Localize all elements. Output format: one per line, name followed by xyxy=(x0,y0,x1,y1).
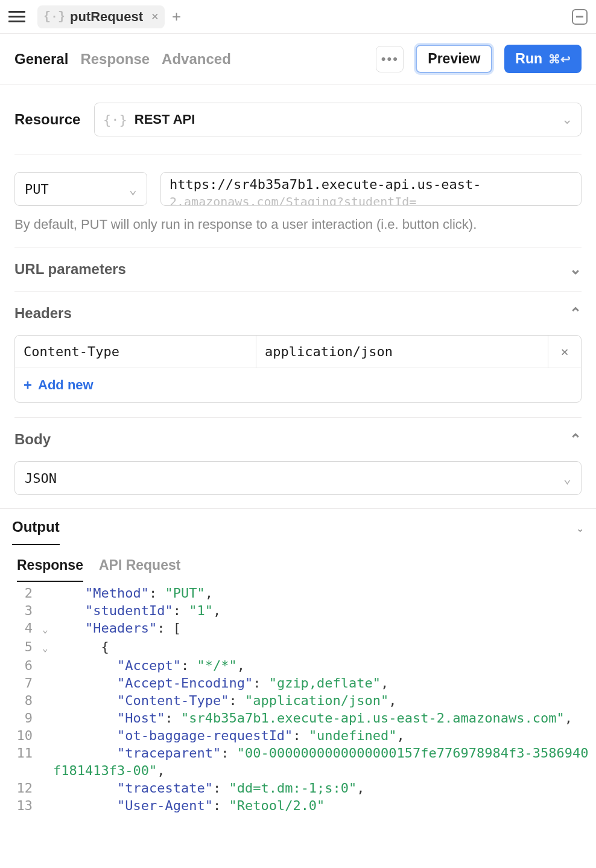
section-body[interactable]: Body ⌃ xyxy=(14,418,582,461)
close-icon[interactable]: × xyxy=(151,10,159,24)
body-type-select[interactable]: JSON ⌄ xyxy=(14,461,582,495)
delete-header-button[interactable]: × xyxy=(548,336,581,368)
code-line: 8 "Content-Type": "application/json", xyxy=(6,692,590,709)
headers-table: Content-Type application/json × + Add ne… xyxy=(14,335,582,403)
resource-row: Resource {·} REST API ⌄ xyxy=(14,85,582,155)
code-line: 11 "traceparent": "00-000000000000000015… xyxy=(6,744,590,779)
tab-output-response[interactable]: Response xyxy=(17,557,83,582)
code-line: 6 "Accept": "*/*", xyxy=(6,657,590,674)
code-line: 9 "Host": "sr4b35a7b1.execute-api.us-eas… xyxy=(6,709,590,727)
resource-value: REST API xyxy=(135,112,195,127)
menu-icon[interactable] xyxy=(8,8,25,25)
new-tab-button[interactable]: + xyxy=(168,8,185,25)
code-line: 10 "ot-baggage-requestId": "undefined", xyxy=(6,727,590,744)
body-type-value: JSON xyxy=(25,471,57,486)
code-line: 4⌄ "Headers": [ xyxy=(6,619,590,638)
tab-general[interactable]: General xyxy=(14,51,68,68)
code-line: 3 "studentId": "1", xyxy=(6,602,590,619)
method-hint: By default, PUT will only run in respons… xyxy=(14,206,582,247)
request-row: PUT ⌄ https://sr4b35a7b1.execute-api.us-… xyxy=(14,155,582,206)
header-row: Content-Type application/json × xyxy=(15,336,581,368)
url-line2: 2.amazonaws.com/Staging?studentId= xyxy=(170,193,572,206)
preview-button[interactable]: Preview xyxy=(416,45,492,73)
header-value-input[interactable]: application/json xyxy=(256,336,548,368)
chevron-down-icon: ⌄ xyxy=(576,523,584,534)
section-label: Headers xyxy=(14,305,72,322)
chevron-down-icon: ⌄ xyxy=(129,182,137,197)
add-header-label: Add new xyxy=(38,377,94,393)
tab-advanced[interactable]: Advanced xyxy=(162,51,231,68)
chevron-up-icon: ⌃ xyxy=(569,431,582,448)
run-button[interactable]: Run ⌘↩ xyxy=(504,45,582,73)
code-line: 13 "User-Agent": "Retool/2.0" xyxy=(6,797,590,814)
method-value: PUT xyxy=(25,182,49,197)
section-label: Body xyxy=(14,431,51,448)
header-key-input[interactable]: Content-Type xyxy=(15,336,256,368)
url-line1: https://sr4b35a7b1.execute-api.us-east- xyxy=(170,176,572,193)
resource-select[interactable]: {·} REST API ⌄ xyxy=(94,103,582,136)
section-label: URL parameters xyxy=(14,261,126,278)
output-title: Output xyxy=(12,519,60,545)
chevron-down-icon: ⌄ xyxy=(563,471,571,486)
braces-icon: {·} xyxy=(43,10,65,24)
method-select[interactable]: PUT ⌄ xyxy=(14,172,147,206)
collapse-icon[interactable] xyxy=(572,9,588,25)
tab-response[interactable]: Response xyxy=(80,51,150,68)
code-line: 5⌄ { xyxy=(6,638,590,657)
run-shortcut: ⌘↩ xyxy=(548,52,571,66)
response-code-view[interactable]: 2 "Method": "PUT",3 "studentId": "1",4⌄ … xyxy=(0,582,596,814)
plus-icon: + xyxy=(24,377,32,394)
url-input[interactable]: https://sr4b35a7b1.execute-api.us-east- … xyxy=(160,172,582,206)
section-url-parameters[interactable]: URL parameters ⌄ xyxy=(14,247,582,292)
chevron-down-icon: ⌄ xyxy=(562,112,572,127)
add-header-row: + Add new xyxy=(15,368,581,402)
section-headers[interactable]: Headers ⌃ xyxy=(14,292,582,335)
add-header-button[interactable]: + Add new xyxy=(15,368,102,402)
resource-label: Resource xyxy=(14,111,81,128)
code-line: 12 "tracestate": "dd=t.dm:-1;s:0", xyxy=(6,779,590,797)
chevron-up-icon: ⌃ xyxy=(569,305,582,322)
tab-output-api-request[interactable]: API Request xyxy=(99,557,180,582)
code-line: 7 "Accept-Encoding": "gzip,deflate", xyxy=(6,674,590,692)
braces-icon: {·} xyxy=(103,112,127,127)
config-tabs: General Response Advanced ••• Preview Ru… xyxy=(0,34,596,85)
query-tab[interactable]: {·} putRequest × xyxy=(37,5,165,28)
output-header[interactable]: Output ⌄ xyxy=(0,508,596,545)
chevron-down-icon: ⌄ xyxy=(569,261,582,278)
code-line: 2 "Method": "PUT", xyxy=(6,584,590,602)
title-bar: {·} putRequest × + xyxy=(0,0,596,34)
run-label: Run xyxy=(515,51,542,67)
tab-label: putRequest xyxy=(70,9,143,25)
output-tabs: Response API Request xyxy=(0,545,596,582)
more-button[interactable]: ••• xyxy=(376,46,404,72)
